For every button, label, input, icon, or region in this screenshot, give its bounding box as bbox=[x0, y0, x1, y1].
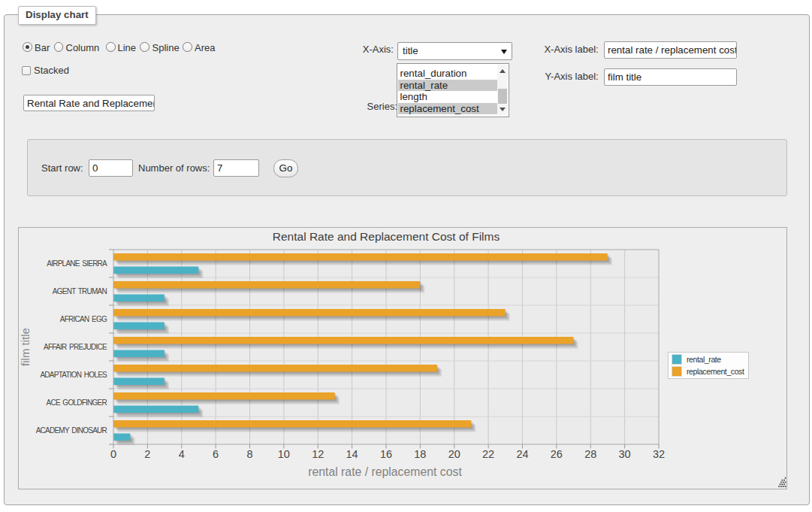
svg-text:AIRPLANE SIERRA: AIRPLANE SIERRA bbox=[47, 259, 107, 268]
svg-text:replacement_cost: replacement_cost bbox=[687, 367, 744, 376]
svg-text:rental_rate: rental_rate bbox=[687, 355, 721, 364]
svg-text:30: 30 bbox=[619, 448, 631, 460]
svg-text:20: 20 bbox=[448, 448, 460, 460]
svg-text:AFRICAN EGG: AFRICAN EGG bbox=[60, 315, 107, 323]
svg-text:6: 6 bbox=[213, 448, 219, 460]
svg-text:28: 28 bbox=[584, 448, 596, 460]
svg-text:8: 8 bbox=[246, 448, 252, 460]
svg-text:2: 2 bbox=[144, 448, 150, 460]
svg-text:22: 22 bbox=[482, 448, 494, 460]
svg-text:Rental Rate and Replacement Co: Rental Rate and Replacement Cost of Film… bbox=[273, 230, 500, 243]
svg-text:ACE GOLDFINGER: ACE GOLDFINGER bbox=[47, 398, 107, 407]
svg-text:4: 4 bbox=[179, 448, 185, 460]
svg-text:12: 12 bbox=[312, 448, 324, 460]
svg-text:ADAPTATION HOLES: ADAPTATION HOLES bbox=[40, 371, 107, 379]
svg-text:26: 26 bbox=[551, 448, 563, 460]
svg-text:ACADEMY DINOSAUR: ACADEMY DINOSAUR bbox=[36, 426, 107, 435]
svg-text:16: 16 bbox=[380, 448, 392, 460]
svg-text:10: 10 bbox=[278, 448, 290, 460]
svg-text:32: 32 bbox=[653, 448, 665, 460]
svg-text:AGENT TRUMAN: AGENT TRUMAN bbox=[53, 287, 107, 295]
svg-text:rental rate / replacement cost: rental rate / replacement cost bbox=[308, 465, 462, 478]
svg-text:18: 18 bbox=[414, 448, 426, 460]
svg-text:AFFAIR PREJUDICE: AFFAIR PREJUDICE bbox=[44, 343, 107, 351]
svg-text:film title: film title bbox=[19, 328, 32, 366]
svg-text:14: 14 bbox=[346, 448, 358, 460]
svg-text:24: 24 bbox=[516, 448, 528, 460]
svg-text:0: 0 bbox=[110, 448, 116, 460]
